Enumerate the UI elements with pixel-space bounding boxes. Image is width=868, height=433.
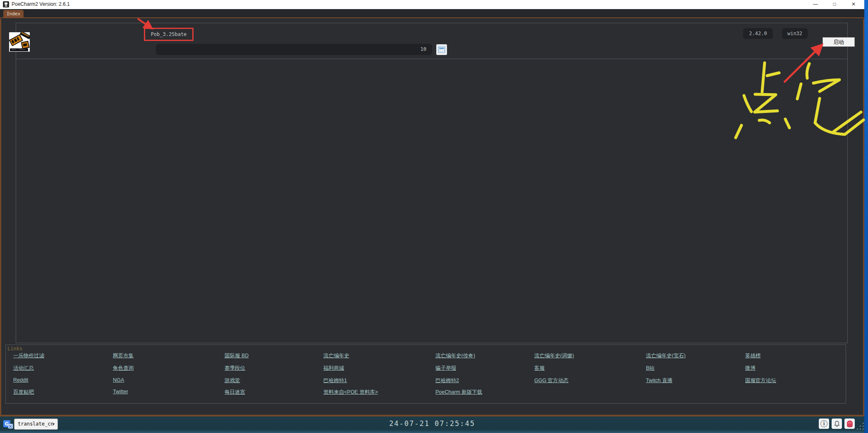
link-item[interactable]: 流亡编年史(宝石) [646,352,686,359]
link-item[interactable]: 微博 [745,365,756,372]
header-divider [16,59,847,59]
open-window-button[interactable] [436,44,447,55]
translate-value: translate_cn [18,421,54,427]
link-item[interactable]: 活动汇总 [13,365,34,372]
link-item[interactable]: 角色查询 [113,365,134,372]
link-item[interactable]: 资料来自<POE 资料库> [323,389,378,396]
link-item[interactable]: Reddit [13,377,28,383]
link-item[interactable]: 英雄榜 [745,352,761,359]
window-title: PoeCharm2 Version: 2.6.1 [12,1,70,7]
resize-grip[interactable] [857,423,864,430]
link-item[interactable]: 流亡编年史(词缀) [534,352,574,359]
launch-button[interactable]: 启动 [823,37,855,47]
link-item[interactable]: PoeCharm 新版下载 [435,389,482,396]
progress-bar[interactable]: 10 [156,44,432,55]
link-item[interactable]: 一乐物价过滤 [13,352,44,359]
minimize-button[interactable]: — [806,0,825,9]
google-translate-icon[interactable]: G [3,419,13,429]
link-item[interactable]: 骗子举报 [435,365,456,372]
link-item[interactable]: 国际服 BD [225,352,249,359]
titlebar: PoeCharm2 Version: 2.6.1 [0,0,864,9]
link-item[interactable]: 流亡编年史 [323,352,349,359]
window-icon [438,46,445,53]
link-item[interactable]: 流亡编年史(传奇) [435,352,475,359]
links-legend: Links [7,346,22,352]
link-item[interactable]: 每日迷宫 [225,389,245,396]
status-clock: 24-07-21 07:25:45 [374,419,490,428]
link-item[interactable]: 福利商城 [323,365,344,372]
pob-logo-image [9,32,30,52]
tab-bar: Index [0,9,864,18]
version-badge: 2.42.0 [743,28,773,39]
link-item[interactable]: GGG 官方动态 [534,377,569,384]
link-item[interactable]: 百度贴吧 [13,389,34,396]
notification-button[interactable] [832,419,842,429]
qq-button[interactable] [844,419,855,429]
chevron-down-icon: ▼ [53,419,55,429]
tab-index[interactable]: Index [3,10,24,18]
platform-badge: win32 [782,28,808,39]
link-item[interactable]: 巴哈姆特2 [435,377,459,384]
bell-icon [834,421,840,427]
link-item[interactable]: 巴哈姆特1 [323,377,347,384]
link-item[interactable]: 网页市集 [113,352,134,359]
app-icon [3,1,9,7]
main-panel [16,23,848,343]
link-item[interactable]: 游戏堂 [225,377,240,384]
close-button[interactable]: ✕ [844,0,863,9]
desktop-wallpaper-strip [864,0,868,433]
qq-icon [846,420,854,428]
info-icon: i [820,420,827,427]
pob-version-annotation-box: Pob_3.25bate [144,28,194,41]
translate-dropdown[interactable]: translate_cn ▼ [14,419,58,430]
link-item[interactable]: B站 [646,365,655,372]
link-item[interactable]: 国服官方论坛 [745,377,776,384]
link-item[interactable]: Twitter [113,389,128,395]
link-item[interactable]: 客服 [534,365,545,372]
link-item[interactable]: 赛季段位 [225,365,245,372]
link-item[interactable]: NGA [113,377,124,383]
link-item[interactable]: Twitch 直播 [646,377,672,384]
poecharm-window: PoeCharm2 Version: 2.6.1 — □ ✕ Index Pob… [0,0,868,433]
info-button[interactable]: i [819,419,829,429]
maximize-button[interactable]: □ [825,0,844,9]
